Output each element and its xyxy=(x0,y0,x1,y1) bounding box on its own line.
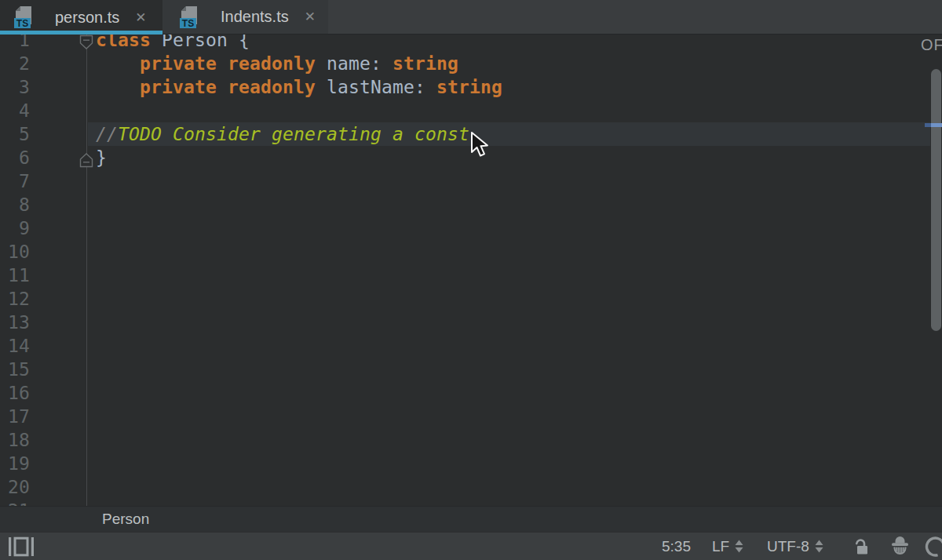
line-number: 19 xyxy=(0,452,30,475)
code-line[interactable]: 13 xyxy=(0,311,942,334)
code-line[interactable]: 7 xyxy=(0,169,942,193)
up-down-arrows-icon xyxy=(734,539,744,554)
line-number: 5 xyxy=(0,122,30,146)
activity-indicator[interactable] xyxy=(923,535,942,558)
progress-circle-icon xyxy=(923,535,942,558)
svg-text:TS: TS xyxy=(16,18,28,29)
line-number: 9 xyxy=(0,216,30,240)
code-text: class Person { xyxy=(96,35,250,52)
line-number: 13 xyxy=(0,311,30,334)
code-line[interactable]: 11 xyxy=(0,264,942,287)
line-number: 20 xyxy=(0,475,30,499)
line-number: 11 xyxy=(0,264,30,287)
line-number: 8 xyxy=(0,193,30,216)
code-line[interactable]: 21 xyxy=(0,499,942,506)
code-line[interactable]: 12 xyxy=(0,287,942,311)
highlighting-level-icon xyxy=(888,535,912,558)
code-line[interactable]: 2 private readonly name: string xyxy=(0,52,942,75)
status-bar: 5:35 LF UTF-8 xyxy=(0,532,942,560)
code-text: //TODO Consider generating a const xyxy=(96,122,469,146)
tab-label: Indents.ts xyxy=(221,8,289,26)
cursor-position-label: 5:35 xyxy=(662,538,691,555)
line-number: 7 xyxy=(0,169,30,193)
mouse-cursor-icon xyxy=(469,131,490,159)
code-line[interactable]: 18 xyxy=(0,428,942,452)
code-line[interactable]: 9 xyxy=(0,216,942,240)
fold-collapse-start-icon[interactable] xyxy=(79,35,93,50)
window-layout-icon xyxy=(8,536,35,557)
code-text: } xyxy=(96,146,107,169)
code-line[interactable]: 17 xyxy=(0,405,942,428)
svg-text:TS: TS xyxy=(182,18,194,29)
highlighting-level-button[interactable] xyxy=(888,535,912,558)
line-number: 3 xyxy=(0,75,30,99)
typescript-file-icon: TS xyxy=(13,5,37,30)
vertical-scrollbar-thumb[interactable] xyxy=(931,69,941,331)
code-line[interactable]: 1class Person { xyxy=(0,35,942,52)
active-tab-underline xyxy=(0,31,162,35)
file-writable-toggle[interactable] xyxy=(851,537,871,555)
up-down-arrows-icon xyxy=(814,539,824,554)
tab-person-ts[interactable]: TS person.ts ✕ xyxy=(0,0,162,35)
line-number: 2 xyxy=(0,52,30,75)
encoding-label: UTF-8 xyxy=(767,538,809,555)
code-line[interactable]: 20 xyxy=(0,475,942,499)
line-number: 10 xyxy=(0,240,30,264)
line-number: 14 xyxy=(0,334,30,358)
code-line[interactable]: 3 private readonly lastName: string xyxy=(0,75,942,99)
window-layout-button[interactable] xyxy=(8,536,35,557)
line-number: 4 xyxy=(0,99,30,122)
code-line[interactable]: 19 xyxy=(0,452,942,475)
code-text: private readonly name: string xyxy=(96,52,458,75)
line-number: 18 xyxy=(0,428,30,452)
unlocked-padlock-icon xyxy=(851,537,871,555)
line-number: 16 xyxy=(0,381,30,405)
code-line[interactable]: 8 xyxy=(0,193,942,216)
editor-tab-bar: TS person.ts ✕ TS Indents.ts ✕ xyxy=(0,0,942,35)
tab-label: person.ts xyxy=(55,9,119,27)
line-separator-label: LF xyxy=(712,538,729,555)
editor: 1class Person {2 private readonly name: … xyxy=(0,35,942,506)
cursor-position-widget[interactable]: 5:35 xyxy=(662,538,691,555)
code-line[interactable]: 4 xyxy=(0,99,942,122)
line-number: 21 xyxy=(0,499,30,506)
line-separator-selector[interactable]: LF xyxy=(712,538,744,555)
code-text: private readonly lastName: string xyxy=(96,75,502,99)
tab-close-icon[interactable]: ✕ xyxy=(135,9,146,26)
tab-indents-ts[interactable]: TS Indents.ts ✕ xyxy=(162,0,328,35)
fold-collapse-end-icon[interactable] xyxy=(79,152,93,168)
breadcrumb-item[interactable]: Person xyxy=(102,507,149,532)
editor-lines: 1class Person {2 private readonly name: … xyxy=(0,35,942,506)
code-line[interactable]: 15 xyxy=(0,358,942,381)
ide-window: TS person.ts ✕ TS Indents.ts ✕ 1class Pe… xyxy=(0,0,942,560)
tab-bar-empty-space xyxy=(328,0,942,35)
line-number: 15 xyxy=(0,358,30,381)
line-number: 12 xyxy=(0,287,30,311)
line-number: 6 xyxy=(0,146,30,169)
breadcrumbs-bar: Person xyxy=(0,506,942,532)
todo-stripe-mark[interactable] xyxy=(925,123,942,127)
typescript-file-icon: TS xyxy=(179,5,203,30)
code-line[interactable]: 16 xyxy=(0,381,942,405)
overlay-label: OF xyxy=(921,36,942,54)
code-line[interactable]: 14 xyxy=(0,334,942,358)
line-number: 1 xyxy=(0,35,30,52)
encoding-selector[interactable]: UTF-8 xyxy=(767,538,824,555)
tab-close-icon[interactable]: ✕ xyxy=(305,9,316,25)
code-line[interactable]: 10 xyxy=(0,240,942,264)
line-number: 17 xyxy=(0,405,30,428)
